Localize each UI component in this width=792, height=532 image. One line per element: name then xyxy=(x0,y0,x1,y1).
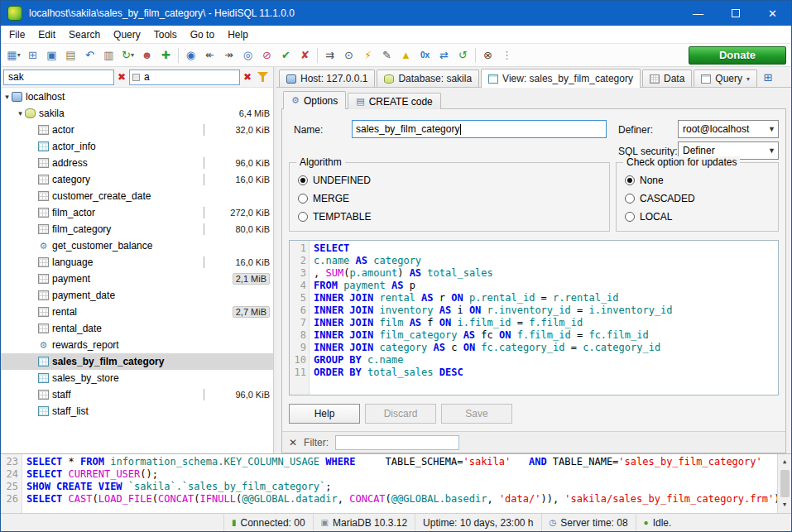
paste-icon[interactable]: ▤ xyxy=(61,46,80,65)
scroll-down-icon[interactable]: ▼ xyxy=(783,499,786,511)
tree-item-get_customer_balance[interactable]: ⚙get_customer_balance xyxy=(1,237,273,254)
tree-item-film_actor[interactable]: film_actor272,0 KiB xyxy=(1,204,273,221)
definer-combo[interactable]: root@localhost ▼ xyxy=(678,120,779,138)
tab-query[interactable]: Query▾ xyxy=(694,69,757,87)
session-manager-icon[interactable]: ▦▾ xyxy=(4,46,23,65)
donate-button[interactable]: Donate xyxy=(689,46,786,65)
go-first-icon[interactable]: ↞ xyxy=(200,46,219,65)
scroll-up-icon[interactable]: ▲ xyxy=(783,456,786,468)
tree-item-staff[interactable]: staff96,0 KiB xyxy=(1,386,273,403)
tree-item-category[interactable]: category16,0 KiB xyxy=(1,171,273,188)
clear-filter-icon[interactable]: ✖ xyxy=(116,71,127,83)
tree-item-rental_date[interactable]: rental_date xyxy=(1,320,273,337)
user-manager-icon[interactable]: ☻ xyxy=(137,46,156,65)
scroll-thumb[interactable] xyxy=(780,470,790,497)
filter-kind-icon xyxy=(132,74,140,81)
tree-item-sakila[interactable]: ▾sakila6,4 MiB xyxy=(1,105,273,122)
minimize-button[interactable]: — xyxy=(679,1,717,26)
menu-go-to[interactable]: Go to xyxy=(184,26,221,43)
hex-icon[interactable]: 0x xyxy=(415,46,434,65)
new-query-tab-button[interactable]: ⊞ xyxy=(759,69,777,85)
radio-none[interactable]: None xyxy=(625,171,770,189)
new-window-icon[interactable]: ⊞ xyxy=(23,46,42,65)
clear-filter-icon[interactable]: ✖ xyxy=(242,71,253,83)
tab-data[interactable]: Data xyxy=(642,69,692,87)
discard-button[interactable]: Discard xyxy=(365,404,436,424)
swap-icon-glyph: ⇄ xyxy=(439,50,449,60)
expand-arrow-icon[interactable]: ▾ xyxy=(2,93,12,101)
grip-icon[interactable]: ⋮ xyxy=(497,46,516,65)
close-button[interactable]: ✕ xyxy=(754,1,791,26)
menu-search[interactable]: Search xyxy=(62,26,107,43)
edit-icon[interactable]: ✎ xyxy=(377,46,396,65)
tree-item-rental[interactable]: rental2,7 MiB xyxy=(1,304,273,320)
view-name-input[interactable]: sales_by_film_category xyxy=(352,120,607,138)
tree-item-payment_date[interactable]: payment_date xyxy=(1,287,273,304)
radio-undefined[interactable]: UNDEFINED xyxy=(298,171,601,189)
tree-item-staff_list[interactable]: staff_list xyxy=(1,403,273,419)
menu-file[interactable]: File xyxy=(2,26,31,43)
print-icon[interactable]: ▥ xyxy=(99,46,118,65)
commit-icon[interactable]: ✔ xyxy=(276,46,295,65)
export-icon[interactable]: ⇉ xyxy=(320,46,339,65)
session-filter-input[interactable] xyxy=(7,70,111,84)
tree-item-actor[interactable]: actor32,0 KiB xyxy=(1,122,273,138)
flash-icon[interactable]: ⚡ xyxy=(358,46,377,65)
log-scrollbar[interactable]: ▲ ▼ xyxy=(777,454,791,513)
session-filter-box[interactable] xyxy=(3,69,114,85)
tree-item-localhost[interactable]: ▾localhost xyxy=(1,89,273,105)
sql-editor-code[interactable]: SELECTc.name AS category, SUM(p.amount) … xyxy=(310,241,778,395)
table-filter-input[interactable] xyxy=(142,70,237,84)
radio-temptable[interactable]: TEMPTABLE xyxy=(298,208,601,226)
grid-filter-input[interactable] xyxy=(335,435,459,450)
subtab-create-code[interactable]: ▤CREATE code xyxy=(348,93,441,109)
tab-database[interactable]: Database: sakila xyxy=(377,69,479,87)
line-number: 4 xyxy=(290,280,306,292)
subtab-options[interactable]: ⚙Options xyxy=(283,91,346,109)
create-new-icon[interactable]: ✚ xyxy=(156,46,175,65)
tree-item-sales_by_film_category[interactable]: sales_by_film_category xyxy=(1,353,273,370)
highlight-icon[interactable]: ▲ xyxy=(396,46,415,65)
execute-icon[interactable]: ◎ xyxy=(238,46,257,65)
copy-icon[interactable]: ▣ xyxy=(42,46,61,65)
code-line: ORDER BY total_sales DESC xyxy=(314,367,778,379)
tab-host[interactable]: Host: 127.0.0.1 xyxy=(279,69,375,87)
rollback-icon[interactable]: ✘ xyxy=(295,46,314,65)
help-button[interactable]: Help xyxy=(289,404,360,424)
cancel-icon[interactable]: ⊗ xyxy=(478,46,497,65)
stop-icon[interactable]: ⊘ xyxy=(257,46,276,65)
tab-view[interactable]: View: sales_by_film_category xyxy=(481,69,641,88)
undo-icon[interactable]: ↶ xyxy=(80,46,99,65)
code-line: GROUP BY c.name xyxy=(314,354,778,367)
menu-help[interactable]: Help xyxy=(221,26,255,43)
menu-edit[interactable]: Edit xyxy=(31,26,62,43)
menu-query[interactable]: Query xyxy=(107,26,147,43)
tree-item-payment[interactable]: payment2,1 MiB xyxy=(1,271,273,287)
size-label xyxy=(204,323,270,334)
table-filter-funnel-icon[interactable] xyxy=(257,72,268,82)
radio-merge[interactable]: MERGE xyxy=(298,189,601,208)
table-filter-box[interactable] xyxy=(129,69,240,85)
save-button[interactable]: Save xyxy=(441,404,512,424)
swap-icon[interactable]: ⇄ xyxy=(434,46,454,65)
log-code[interactable]: SELECT * FROM information_schema.KEY_COL… xyxy=(22,454,777,513)
tree-item-language[interactable]: language16,0 KiB xyxy=(1,254,273,271)
radio-local[interactable]: LOCAL xyxy=(625,208,770,226)
menu-tools[interactable]: Tools xyxy=(147,26,184,43)
find-icon[interactable]: ⊙ xyxy=(339,46,358,65)
tree-item-address[interactable]: address96,0 KiB xyxy=(1,155,273,171)
tree-item-rewards_report[interactable]: ⚙rewards_report xyxy=(1,337,273,353)
tree-item-sales_by_store[interactable]: sales_by_store xyxy=(1,370,273,386)
maximize-button[interactable] xyxy=(717,1,754,26)
tree-item-film_category[interactable]: film_category80,0 KiB xyxy=(1,221,273,237)
line-number: 5 xyxy=(290,292,306,304)
connect-icon[interactable]: ◉ xyxy=(181,46,200,65)
expand-arrow-icon[interactable]: ▾ xyxy=(16,109,25,117)
refresh-icon[interactable]: ↻▾ xyxy=(118,46,137,65)
tree-item-actor_info[interactable]: actor_info xyxy=(1,138,273,155)
tree-item-customer_create_date[interactable]: customer_create_date xyxy=(1,188,273,204)
close-filter-icon[interactable]: ✕ xyxy=(289,437,297,448)
radio-cascaded[interactable]: CASCADED xyxy=(625,189,770,208)
reload-icon[interactable]: ↺ xyxy=(454,46,473,65)
go-last-icon[interactable]: ↠ xyxy=(219,46,238,65)
